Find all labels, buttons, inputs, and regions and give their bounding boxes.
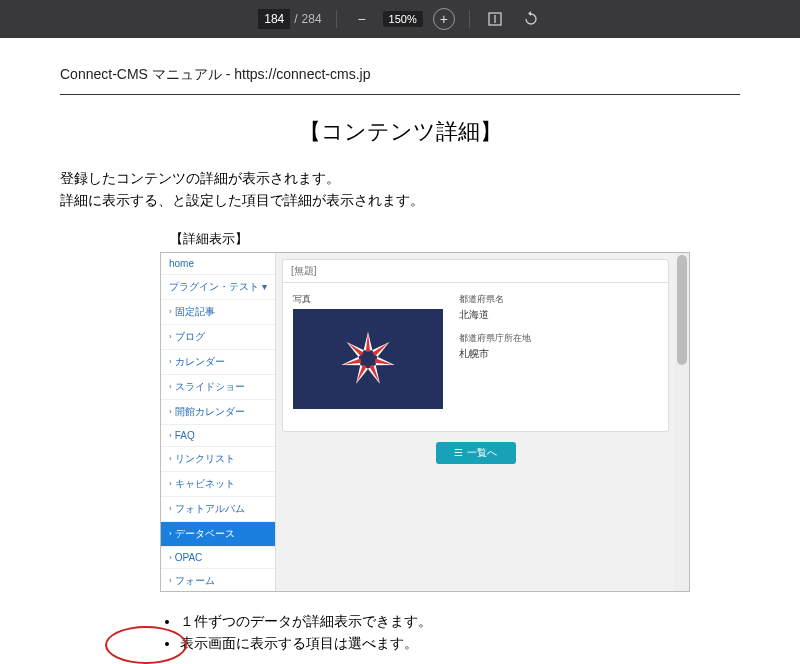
- subheading: 【詳細表示】: [170, 230, 740, 248]
- chevron-right-icon: ›: [169, 407, 172, 416]
- chevron-right-icon: ›: [169, 576, 172, 585]
- ss-sidebar-item[interactable]: ›フォーム: [161, 569, 275, 592]
- ss-list-button[interactable]: ☰ 一覧へ: [436, 442, 516, 464]
- ss-flag-image: [293, 309, 443, 409]
- chevron-right-icon: ›: [169, 454, 172, 463]
- ss-sidebar-item-label: 開館カレンダー: [175, 405, 245, 419]
- chevron-right-icon: ›: [169, 332, 172, 341]
- ss-list-button-label: 一覧へ: [467, 446, 497, 460]
- zoom-level: 150%: [383, 11, 423, 27]
- chevron-right-icon: ›: [169, 553, 172, 562]
- chevron-right-icon: ›: [169, 382, 172, 391]
- ss-sidebar-item[interactable]: ›リンクリスト: [161, 447, 275, 472]
- chevron-right-icon: ›: [169, 307, 172, 316]
- zoom-controls: − 150% +: [351, 8, 455, 30]
- total-pages: 284: [302, 12, 322, 26]
- ss-sidebar-item[interactable]: ›固定記事: [161, 300, 275, 325]
- chevron-right-icon: ›: [169, 479, 172, 488]
- page-indicator: / 284: [258, 9, 321, 29]
- ss-sidebar-item-label: データベース: [175, 527, 235, 541]
- chevron-right-icon: ›: [169, 529, 172, 538]
- toolbar-divider: [469, 10, 470, 28]
- document-header: Connect-CMS マニュアル - https://connect-cms.…: [60, 66, 740, 95]
- ss-sidebar-item[interactable]: ›OPAC: [161, 547, 275, 569]
- list-icon: ☰: [454, 447, 463, 458]
- ss-sidebar-item[interactable]: ›FAQ: [161, 425, 275, 447]
- document-page: Connect-CMS マニュアル - https://connect-cms.…: [0, 38, 800, 664]
- chevron-right-icon: ›: [169, 504, 172, 513]
- toolbar-divider: [336, 10, 337, 28]
- bullet-list: １件ずつのデータが詳細表示できます。 表示画面に表示する項目は選べます。: [180, 610, 740, 655]
- ss-sidebar-item-label: フォトアルバム: [175, 502, 245, 516]
- page-separator: /: [294, 12, 297, 26]
- ss-sidebar-item-label: プラグイン・テスト ▾: [169, 280, 267, 294]
- rotate-button[interactable]: [520, 8, 542, 30]
- zoom-out-button[interactable]: −: [351, 8, 373, 30]
- bullet-item: 表示画面に表示する項目は選べます。: [180, 632, 740, 654]
- ss-sidebar: homeプラグイン・テスト ▾›固定記事›ブログ›カレンダー›スライドショー›開…: [161, 253, 276, 591]
- chevron-right-icon: ›: [169, 431, 172, 440]
- ss-sidebar-item-label: FAQ: [175, 430, 195, 441]
- ss-sidebar-item-label: カレンダー: [175, 355, 225, 369]
- ss-field-label: 都道府県名: [459, 293, 531, 306]
- hokkaido-flag-icon: [332, 323, 404, 395]
- zoom-in-button[interactable]: +: [433, 8, 455, 30]
- ss-sidebar-item-label: リンクリスト: [175, 452, 235, 466]
- intro-line: 詳細に表示する、と設定した項目で詳細が表示されます。: [60, 189, 740, 211]
- ss-sidebar-item-label: OPAC: [175, 552, 203, 563]
- ss-photo-label: 写真: [293, 293, 443, 306]
- ss-sidebar-item[interactable]: home: [161, 253, 275, 275]
- rotate-icon: [523, 11, 539, 27]
- ss-sidebar-item[interactable]: ›カレンダー: [161, 350, 275, 375]
- ss-detail-card: 写真: [282, 282, 669, 432]
- ss-sidebar-item-label: スライドショー: [175, 380, 245, 394]
- ss-sidebar-item[interactable]: ›キャビネット: [161, 472, 275, 497]
- ss-field-value: 札幌市: [459, 347, 531, 361]
- ss-sidebar-item-label: ブログ: [175, 330, 205, 344]
- ss-scroll-thumb[interactable]: [677, 255, 687, 365]
- ss-sidebar-item[interactable]: ›ブログ: [161, 325, 275, 350]
- ss-sidebar-item-label: home: [169, 258, 194, 269]
- ss-sidebar-item-label: キャビネット: [175, 477, 235, 491]
- ss-field-value: 北海道: [459, 308, 531, 322]
- ss-field-label: 都道府県庁所在地: [459, 332, 531, 345]
- svg-marker-14: [342, 358, 361, 366]
- ss-card-title: [無題]: [282, 259, 669, 282]
- ss-scrollbar[interactable]: [675, 253, 689, 591]
- ss-photo-column: 写真: [293, 293, 443, 421]
- ss-sidebar-item[interactable]: ›スライドショー: [161, 375, 275, 400]
- fit-page-icon: [487, 11, 503, 27]
- intro-paragraph: 登録したコンテンツの詳細が表示されます。 詳細に表示する、と設定した項目で詳細が…: [60, 167, 740, 212]
- page-title: 【コンテンツ詳細】: [60, 117, 740, 147]
- chevron-right-icon: ›: [169, 357, 172, 366]
- bullet-item: １件ずつのデータが詳細表示できます。: [180, 610, 740, 632]
- pdf-viewer-toolbar: / 284 − 150% +: [0, 0, 800, 38]
- ss-sidebar-item[interactable]: プラグイン・テスト ▾: [161, 275, 275, 300]
- ss-sidebar-item[interactable]: ›フォトアルバム: [161, 497, 275, 522]
- fit-page-button[interactable]: [484, 8, 506, 30]
- annotation-ellipse: [105, 626, 187, 664]
- current-page-input[interactable]: [258, 9, 290, 29]
- embedded-screenshot: homeプラグイン・テスト ▾›固定記事›ブログ›カレンダー›スライドショー›開…: [160, 252, 690, 592]
- svg-marker-11: [375, 358, 394, 366]
- ss-sidebar-item[interactable]: ›データベース: [161, 522, 275, 547]
- ss-sidebar-item-label: フォーム: [175, 574, 215, 588]
- ss-sidebar-item-label: 固定記事: [175, 305, 215, 319]
- intro-line: 登録したコンテンツの詳細が表示されます。: [60, 167, 740, 189]
- ss-fields-column: 都道府県名 北海道 都道府県庁所在地 札幌市: [459, 293, 531, 421]
- ss-sidebar-item[interactable]: ›開館カレンダー: [161, 400, 275, 425]
- ss-content-area: [無題] 写真: [276, 253, 675, 591]
